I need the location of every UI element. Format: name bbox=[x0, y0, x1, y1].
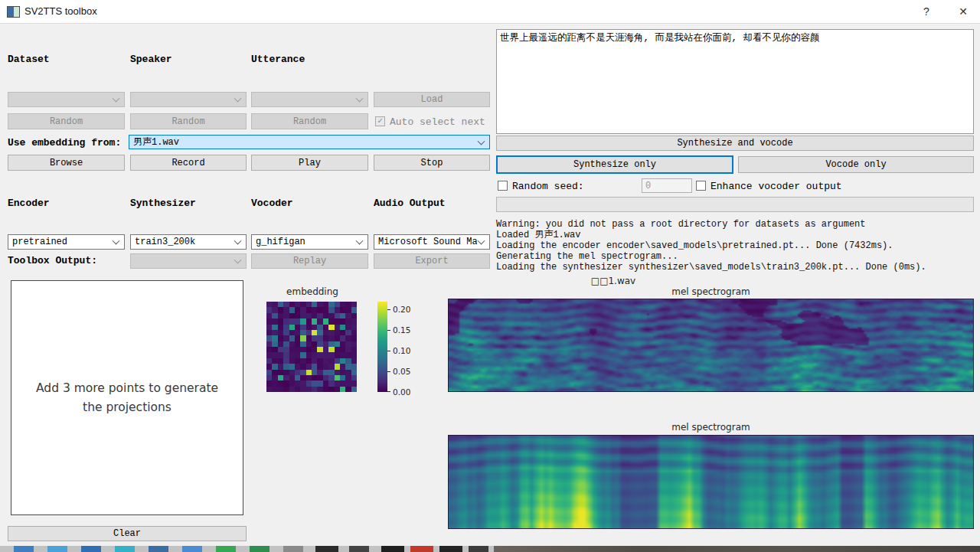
log-line: Loading the synthesizer synthesizer\save… bbox=[496, 262, 974, 273]
seed-value-input[interactable] bbox=[642, 178, 692, 193]
projections-plot: Add 3 more points to generate the projec… bbox=[11, 280, 243, 515]
generated-mel-spectrogram bbox=[448, 435, 974, 529]
log-output: Warning: you did not pass a root directo… bbox=[496, 219, 974, 273]
close-button[interactable]: ✕ bbox=[950, 0, 976, 23]
embedding-colorbar bbox=[377, 302, 387, 392]
colorbar-tick-mark bbox=[387, 351, 390, 351]
colorbar-tick-label: 0.20 bbox=[393, 305, 410, 314]
synthesizer-label: Synthesizer bbox=[130, 198, 196, 209]
chevron-down-icon bbox=[478, 137, 485, 145]
chevron-down-icon bbox=[234, 95, 242, 103]
play-button[interactable]: Play bbox=[251, 155, 368, 171]
use-embedding-label: Use embedding from: bbox=[8, 137, 121, 149]
synthesizer-value: train3_200k bbox=[135, 237, 195, 247]
stop-button[interactable]: Stop bbox=[374, 155, 490, 171]
colorbar-tick-mark bbox=[387, 371, 390, 372]
log-line: Generating the mel spectrogram... bbox=[496, 251, 974, 262]
colorbar-tick-label: 0.15 bbox=[393, 325, 410, 335]
export-button[interactable]: Export bbox=[374, 253, 490, 269]
vocoder-select[interactable]: g_hifigan bbox=[251, 234, 368, 250]
auto-select-checkbox[interactable]: ✓ bbox=[375, 116, 385, 126]
colorbar-tick-label: 0.05 bbox=[393, 367, 410, 376]
synthesize-and-vocode-button[interactable]: Synthesize and vocode bbox=[496, 136, 974, 151]
utterance-random-button[interactable]: Random bbox=[251, 113, 368, 129]
colorbar-tick-label: 0.10 bbox=[393, 346, 410, 355]
utterance-select[interactable] bbox=[251, 92, 368, 107]
toolbox-output-label: Toolbox Output: bbox=[8, 255, 97, 266]
dataset-label: Dataset bbox=[8, 54, 50, 65]
toolbox-output-select[interactable] bbox=[130, 253, 247, 269]
encoder-value: pretrained bbox=[12, 237, 67, 247]
record-button[interactable]: Record bbox=[130, 155, 247, 171]
vocode-only-button[interactable]: Vocode only bbox=[738, 156, 974, 173]
vocoder-value: g_hifigan bbox=[256, 237, 305, 247]
chevron-down-icon bbox=[234, 237, 242, 245]
embedding-plot-title: embedding bbox=[253, 286, 372, 297]
embedding-source-value: 男声1.wav bbox=[133, 136, 179, 149]
vocoder-label: Vocoder bbox=[251, 198, 293, 209]
colorbar-tick-mark bbox=[387, 391, 390, 392]
audio-output-value: Microsoft Sound Mapp bbox=[378, 237, 477, 247]
random-seed-checkbox[interactable] bbox=[498, 181, 508, 191]
speaker-label: Speaker bbox=[130, 54, 172, 65]
speaker-select[interactable] bbox=[130, 92, 247, 107]
chevron-down-icon bbox=[356, 95, 364, 103]
utterance-label: Utterance bbox=[251, 54, 305, 65]
colorbar-tick-mark bbox=[387, 330, 390, 331]
chevron-down-icon bbox=[478, 237, 485, 245]
audio-output-select[interactable]: Microsoft Sound Mapp bbox=[374, 234, 490, 250]
audio-output-label: Audio Output bbox=[374, 198, 446, 209]
current-mel-spectrogram bbox=[448, 299, 974, 392]
log-line: Loaded 男声1.wav bbox=[496, 230, 974, 240]
enhance-vocoder-label: Enhance vocoder output bbox=[710, 181, 842, 192]
log-line: Warning: you did not pass a root directo… bbox=[496, 219, 974, 230]
auto-select-label: Auto select next bbox=[390, 116, 485, 128]
window-title: SV2TTS toolbox bbox=[24, 5, 97, 17]
encoder-select[interactable]: pretrained bbox=[8, 234, 125, 250]
encoder-label: Encoder bbox=[8, 198, 50, 209]
log-line: Loading the encoder encoder\saved_models… bbox=[496, 240, 974, 251]
colorbar-tick-label: 0.00 bbox=[393, 387, 410, 397]
load-button[interactable]: Load bbox=[374, 92, 490, 107]
title-bar: SV2TTS toolbox ? ✕ bbox=[0, 0, 980, 24]
text-to-synthesize-input[interactable]: 世界上最遥远的距离不是天涯海角, 而是我站在你面前, 却看不见你的容颜 bbox=[496, 29, 974, 134]
chevron-down-icon bbox=[113, 95, 120, 103]
chevron-down-icon bbox=[356, 237, 364, 245]
dataset-random-button[interactable]: Random bbox=[8, 113, 125, 129]
projections-message: Add 3 more points to generate the projec… bbox=[28, 379, 227, 416]
app-window: SV2TTS toolbox ? ✕ Dataset Speaker Utter… bbox=[0, 0, 980, 552]
synthesize-only-button[interactable]: Synthesize only bbox=[496, 155, 733, 174]
browse-button[interactable]: Browse bbox=[8, 155, 125, 171]
taskbar-strip bbox=[0, 546, 980, 552]
replay-button[interactable]: Replay bbox=[251, 253, 368, 269]
help-button[interactable]: ? bbox=[913, 0, 939, 23]
clear-button[interactable]: Clear bbox=[8, 526, 247, 541]
generated-mel-title: mel spectrogram bbox=[448, 422, 974, 433]
current-mel-title: mel spectrogram bbox=[448, 286, 974, 297]
embedding-heatmap bbox=[266, 302, 357, 392]
synthesizer-select[interactable]: train3_200k bbox=[130, 234, 247, 250]
dataset-select[interactable] bbox=[8, 92, 125, 107]
enhance-vocoder-checkbox[interactable] bbox=[696, 181, 706, 191]
progress-bar bbox=[496, 197, 974, 212]
chevron-down-icon bbox=[113, 237, 120, 245]
embedding-source-select[interactable]: 男声1.wav bbox=[129, 135, 490, 149]
colorbar-tick-mark bbox=[387, 309, 390, 310]
app-icon bbox=[7, 6, 20, 18]
random-seed-label: Random seed: bbox=[512, 181, 584, 192]
figure-suptitle: □□1.wav bbox=[253, 276, 974, 286]
chevron-down-icon bbox=[234, 256, 242, 264]
speaker-random-button[interactable]: Random bbox=[130, 113, 247, 129]
